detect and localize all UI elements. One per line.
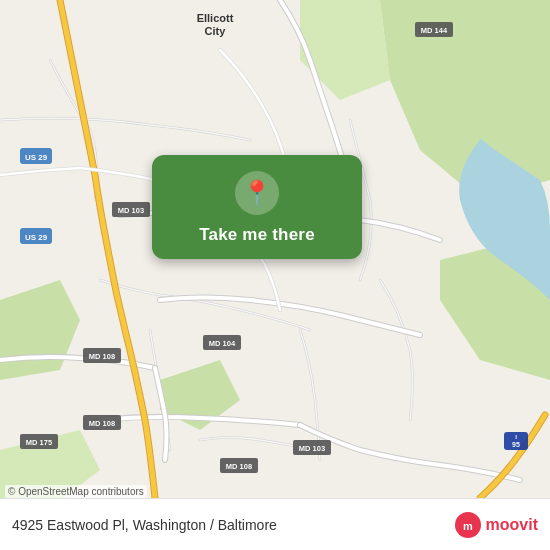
location-pin-icon: 📍: [242, 179, 272, 207]
location-name: 4925 Eastwood Pl, Washington / Baltimore: [12, 517, 277, 533]
svg-text:US 29: US 29: [25, 233, 48, 242]
svg-text:MD 103: MD 103: [118, 206, 144, 215]
svg-text:95: 95: [512, 441, 520, 448]
map-svg: US 29 US 29 MD 103 MD 108 MD 108 MD 108 …: [0, 0, 550, 550]
moovit-brand-name: moovit: [486, 516, 538, 534]
svg-text:MD 108: MD 108: [89, 419, 115, 428]
svg-text:MD 103: MD 103: [299, 444, 325, 453]
location-info: 4925 Eastwood Pl, Washington / Baltimore: [12, 516, 277, 534]
take-me-there-card: 📍 Take me there: [152, 155, 362, 259]
svg-text:MD 144: MD 144: [421, 26, 448, 35]
svg-text:MD 108: MD 108: [226, 462, 252, 471]
svg-text:MD 104: MD 104: [209, 339, 236, 348]
pin-icon-container: 📍: [235, 171, 279, 215]
svg-text:Ellicott: Ellicott: [197, 12, 234, 24]
svg-text:m: m: [463, 520, 473, 532]
svg-text:US 29: US 29: [25, 153, 48, 162]
svg-text:City: City: [205, 25, 227, 37]
take-me-there-button[interactable]: Take me there: [199, 225, 315, 245]
map-container: US 29 US 29 MD 103 MD 108 MD 108 MD 108 …: [0, 0, 550, 550]
svg-text:MD 108: MD 108: [89, 352, 115, 361]
bottom-bar: 4925 Eastwood Pl, Washington / Baltimore…: [0, 498, 550, 550]
map-attribution: © OpenStreetMap contributors: [5, 485, 147, 498]
svg-text:MD 175: MD 175: [26, 438, 52, 447]
moovit-logo: m moovit: [454, 511, 538, 539]
svg-marker-3: [300, 0, 390, 100]
moovit-logo-icon: m: [454, 511, 482, 539]
svg-marker-1: [0, 280, 80, 380]
